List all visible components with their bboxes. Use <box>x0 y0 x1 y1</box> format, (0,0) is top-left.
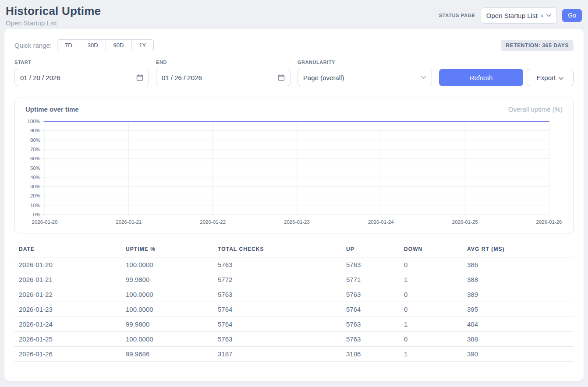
table-cell: 0 <box>400 302 463 317</box>
table-cell: 2026-01-25 <box>14 332 121 347</box>
status-page-select[interactable]: Open Startup List × <box>481 7 557 24</box>
table-cell: 390 <box>463 347 574 362</box>
column-header-up: UP <box>342 243 400 257</box>
calendar-icon[interactable] <box>136 74 143 81</box>
export-button-label: Export <box>537 74 556 81</box>
status-page-value: Open Startup List <box>486 12 538 19</box>
uptime-line-chart: 0%10%20%30%40%50%60%70%80%90%100%2026-01… <box>25 117 563 228</box>
header-right: STATUS PAGE Open Startup List × Go <box>439 7 582 24</box>
granularity-group: GRANULARITY Page (overall) <box>298 60 432 86</box>
table-cell: 5771 <box>342 272 400 287</box>
quick-range-90d-button[interactable]: 90D <box>106 39 132 51</box>
granularity-label: GRANULARITY <box>298 60 432 65</box>
table-cell: 2026-01-23 <box>14 302 121 317</box>
table-body: 2026-01-20100.00005763576303862026-01-21… <box>14 257 574 362</box>
table-cell: 386 <box>463 257 574 272</box>
svg-text:2026-01-21: 2026-01-21 <box>116 219 142 225</box>
quick-range-label: Quick range: <box>14 42 52 49</box>
svg-text:60%: 60% <box>30 156 40 161</box>
table-cell: 0 <box>400 332 463 347</box>
column-header-uptime: UPTIME % <box>121 243 213 257</box>
svg-text:30%: 30% <box>30 184 40 189</box>
chevron-down-icon <box>546 14 551 17</box>
chevron-down-icon <box>421 76 426 79</box>
go-button[interactable]: Go <box>562 9 582 22</box>
table-cell: 1 <box>400 272 463 287</box>
table-row: 2026-01-2699.9686318731861390 <box>14 347 574 362</box>
table-row: 2026-01-25100.0000576357630388 <box>14 332 574 347</box>
table-cell: 99.9686 <box>121 347 213 362</box>
table-cell: 3186 <box>342 347 400 362</box>
calendar-icon[interactable] <box>278 74 285 81</box>
table-cell: 99.9800 <box>121 317 213 332</box>
svg-text:2026-01-26: 2026-01-26 <box>536 219 562 225</box>
table-cell: 389 <box>463 287 574 302</box>
status-page-label: STATUS PAGE <box>439 13 475 18</box>
svg-text:0%: 0% <box>33 212 40 217</box>
quick-range-row: Quick range: 7D 30D 90D 1Y RETENTION: 36… <box>14 39 574 51</box>
end-date-input[interactable]: 01 / 26 / 2026 <box>156 69 290 86</box>
table-cell: 5763 <box>342 257 400 272</box>
granularity-select[interactable]: Page (overall) <box>298 69 432 86</box>
table-cell: 2026-01-26 <box>14 347 121 362</box>
table-cell: 5763 <box>342 332 400 347</box>
uptime-table: DATE UPTIME % TOTAL CHECKS UP DOWN AVG R… <box>14 243 574 362</box>
refresh-button[interactable]: Refresh <box>439 69 523 86</box>
filters-row: START 01 / 20 / 2026 END 01 / 26 / 2026 … <box>14 60 574 86</box>
column-header-date: DATE <box>14 243 121 257</box>
quick-range-7d-button[interactable]: 7D <box>57 39 80 51</box>
table-cell: 3187 <box>213 347 342 362</box>
column-header-total-checks: TOTAL CHECKS <box>213 243 342 257</box>
table-row: 2026-01-20100.0000576357630386 <box>14 257 574 272</box>
table-cell: 100.0000 <box>121 302 213 317</box>
table-cell: 388 <box>463 332 574 347</box>
table-cell: 5764 <box>213 317 342 332</box>
quick-range-1y-button[interactable]: 1Y <box>131 39 154 51</box>
granularity-value: Page (overall) <box>303 74 344 81</box>
svg-text:2026-01-23: 2026-01-23 <box>284 219 310 225</box>
quick-range-30d-button[interactable]: 30D <box>80 39 106 51</box>
table-cell: 0 <box>400 257 463 272</box>
end-date-value: 01 / 26 / 2026 <box>162 74 202 81</box>
title-block: Historical Uptime Open Startup List <box>6 4 101 27</box>
export-button[interactable]: Export <box>527 69 574 86</box>
start-date-group: START 01 / 20 / 2026 <box>14 60 149 86</box>
page-header: Historical Uptime Open Startup List STAT… <box>0 0 588 29</box>
table-cell: 99.9800 <box>121 272 213 287</box>
table-cell: 2026-01-20 <box>14 257 121 272</box>
table-cell: 100.0000 <box>121 332 213 347</box>
start-date-input[interactable]: 01 / 20 / 2026 <box>14 69 149 86</box>
chart-title: Uptime over time <box>25 106 79 113</box>
svg-text:100%: 100% <box>28 119 40 124</box>
table-cell: 2026-01-21 <box>14 272 121 287</box>
end-date-group: END 01 / 26 / 2026 <box>156 60 290 86</box>
svg-text:90%: 90% <box>30 128 40 133</box>
table-row: 2026-01-22100.0000576357630389 <box>14 287 574 302</box>
start-date-label: START <box>14 60 149 65</box>
quick-range-buttons: 7D 30D 90D 1Y <box>57 39 154 51</box>
table-row: 2026-01-2199.9800577257711388 <box>14 272 574 287</box>
table-row: 2026-01-23100.0000576457640395 <box>14 302 574 317</box>
table-cell: 2026-01-24 <box>14 317 121 332</box>
table-cell: 5763 <box>213 287 342 302</box>
table-cell: 5763 <box>213 332 342 347</box>
svg-text:2026-01-22: 2026-01-22 <box>200 219 226 225</box>
table-cell: 2026-01-22 <box>14 287 121 302</box>
svg-text:2026-01-24: 2026-01-24 <box>368 219 394 225</box>
svg-text:50%: 50% <box>30 165 40 171</box>
table-cell: 5764 <box>213 302 342 317</box>
page-subtitle: Open Startup List <box>6 19 101 27</box>
table-cell: 5764 <box>342 302 400 317</box>
svg-text:40%: 40% <box>30 175 40 180</box>
main-panel: Quick range: 7D 30D 90D 1Y RETENTION: 36… <box>4 29 584 381</box>
table-cell: 1 <box>400 317 463 332</box>
chevron-down-icon <box>559 74 563 81</box>
svg-text:2026-01-25: 2026-01-25 <box>452 219 478 225</box>
clear-icon[interactable]: × <box>540 12 544 19</box>
table-cell: 100.0000 <box>121 257 213 272</box>
svg-text:10%: 10% <box>30 203 40 208</box>
uptime-chart-card: Uptime over time Overall uptime (%) 0%10… <box>14 98 574 233</box>
quick-range-group: Quick range: 7D 30D 90D 1Y <box>14 39 154 51</box>
svg-text:2026-01-20: 2026-01-20 <box>32 219 58 225</box>
end-date-label: END <box>156 60 290 65</box>
